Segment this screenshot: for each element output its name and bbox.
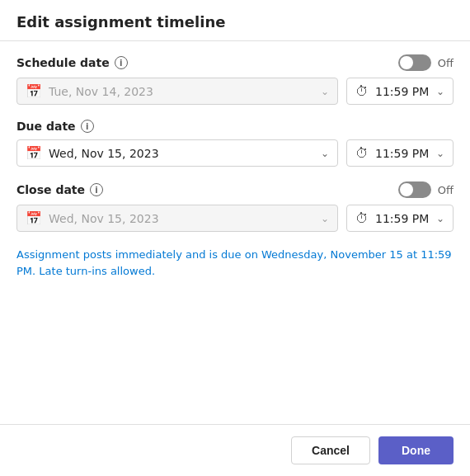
close-time-chevron-icon: ⌄ <box>436 213 444 224</box>
close-time-clock-icon: ⏱ <box>355 210 369 226</box>
schedule-date-label: Schedule date i <box>16 56 128 69</box>
close-date-chevron-icon: ⌄ <box>321 213 329 224</box>
schedule-date-picker[interactable]: 📅 Tue, Nov 14, 2023 ⌄ <box>16 78 338 105</box>
due-date-calendar-icon: 📅 <box>26 145 42 161</box>
schedule-date-label-row: Schedule date i Off <box>16 54 454 71</box>
due-date-label: Due date i <box>16 120 94 133</box>
schedule-date-calendar-icon: 📅 <box>26 83 42 99</box>
edit-assignment-timeline-dialog: Edit assignment timeline Schedule date i… <box>0 0 470 476</box>
schedule-date-section: Schedule date i Off 📅 Tue, Nov 14, 2023 … <box>16 54 454 105</box>
done-button[interactable]: Done <box>378 436 454 464</box>
close-date-toggle-container: Off <box>398 181 454 198</box>
close-time-value: 11:59 PM <box>375 212 430 225</box>
schedule-time-chevron-icon: ⌄ <box>436 86 444 97</box>
schedule-date-toggle-thumb <box>400 56 413 69</box>
close-date-info-icon[interactable]: i <box>90 183 103 196</box>
close-date-calendar-icon: 📅 <box>26 210 42 226</box>
due-date-chevron-icon: ⌄ <box>321 148 329 159</box>
dialog-footer: Cancel Done <box>0 424 470 476</box>
assignment-summary: Assignment posts immediately and is due … <box>16 247 454 279</box>
due-date-label-row: Due date i <box>16 120 454 133</box>
schedule-date-toggle-label: Off <box>438 57 454 69</box>
dialog-header: Edit assignment timeline <box>0 0 470 41</box>
schedule-date-inputs: 📅 Tue, Nov 14, 2023 ⌄ ⏱ 11:59 PM ⌄ <box>16 78 454 105</box>
due-time-value: 11:59 PM <box>375 147 430 160</box>
close-date-inputs: 📅 Wed, Nov 15, 2023 ⌄ ⏱ 11:59 PM ⌄ <box>16 205 454 232</box>
dialog-title: Edit assignment timeline <box>16 13 454 31</box>
due-date-label-text: Due date <box>16 120 76 133</box>
due-date-value: Wed, Nov 15, 2023 <box>49 147 314 160</box>
due-time-picker[interactable]: ⏱ 11:59 PM ⌄ <box>346 139 454 167</box>
schedule-time-picker[interactable]: ⏱ 11:59 PM ⌄ <box>346 78 454 105</box>
schedule-date-label-text: Schedule date <box>16 56 110 69</box>
schedule-date-chevron-icon: ⌄ <box>321 86 329 97</box>
dialog-body: Schedule date i Off 📅 Tue, Nov 14, 2023 … <box>0 41 470 424</box>
close-date-section: Close date i Off 📅 Wed, Nov 15, 2023 ⌄ <box>16 181 454 232</box>
cancel-button[interactable]: Cancel <box>291 436 370 464</box>
close-date-toggle[interactable] <box>398 181 431 198</box>
due-time-chevron-icon: ⌄ <box>436 148 444 159</box>
close-date-toggle-thumb <box>400 183 413 196</box>
due-date-info-icon[interactable]: i <box>81 120 94 133</box>
schedule-time-clock-icon: ⏱ <box>355 83 369 99</box>
schedule-date-value: Tue, Nov 14, 2023 <box>49 85 314 98</box>
close-date-label-text: Close date <box>16 183 85 196</box>
due-date-section: Due date i 📅 Wed, Nov 15, 2023 ⌄ ⏱ 11:59… <box>16 120 454 167</box>
close-date-toggle-label: Off <box>438 184 454 196</box>
schedule-date-toggle-container: Off <box>398 54 454 71</box>
due-date-picker[interactable]: 📅 Wed, Nov 15, 2023 ⌄ <box>16 139 338 167</box>
schedule-date-toggle[interactable] <box>398 54 431 71</box>
schedule-date-info-icon[interactable]: i <box>115 56 128 69</box>
due-date-inputs: 📅 Wed, Nov 15, 2023 ⌄ ⏱ 11:59 PM ⌄ <box>16 139 454 167</box>
close-date-label: Close date i <box>16 183 103 196</box>
close-date-value: Wed, Nov 15, 2023 <box>49 212 314 225</box>
close-time-picker[interactable]: ⏱ 11:59 PM ⌄ <box>346 205 454 232</box>
close-date-label-row: Close date i Off <box>16 181 454 198</box>
close-date-picker[interactable]: 📅 Wed, Nov 15, 2023 ⌄ <box>16 205 338 232</box>
schedule-time-value: 11:59 PM <box>375 85 430 98</box>
due-time-clock-icon: ⏱ <box>355 145 369 161</box>
